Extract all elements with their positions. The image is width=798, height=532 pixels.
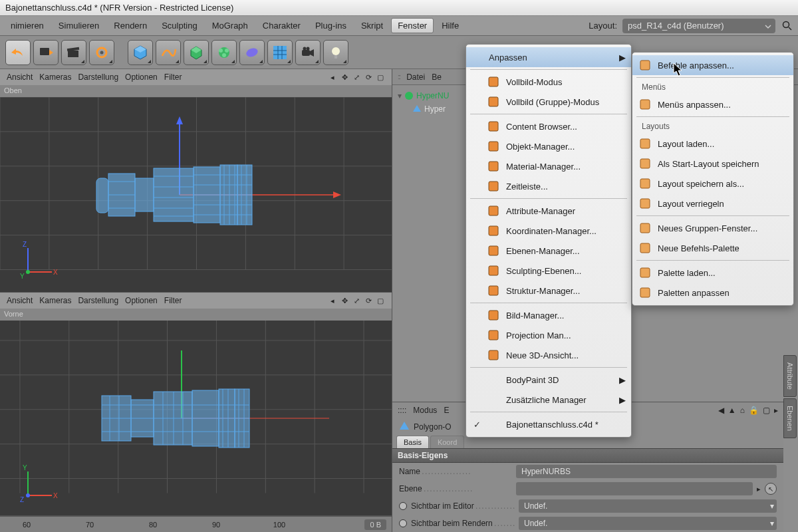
menuitem[interactable]: Zusätzliche Manager▶ [466, 390, 631, 410]
menuitem[interactable]: Zeitleiste... [466, 176, 631, 196]
submenuitem[interactable]: Neues Gruppen-Fenster... [632, 218, 793, 238]
nav-back-icon[interactable]: ◀ [718, 406, 724, 415]
prop-picker-button[interactable]: ↖ [765, 483, 777, 495]
ruler-field[interactable]: 0 B [364, 519, 386, 530]
menuitem[interactable]: Attribute-Manager [466, 201, 631, 221]
vp2-nav-rotate-icon[interactable]: ⟳ [364, 296, 373, 305]
gear-button[interactable] [89, 40, 114, 65]
vp-nav-move-icon[interactable]: ✥ [340, 72, 349, 82]
attr-menu-edit[interactable]: E [444, 406, 449, 415]
menuitem[interactable]: Bild-Manager... [466, 305, 631, 325]
menuitem[interactable]: Koordinaten-Manager... [466, 221, 631, 241]
submenuitem[interactable]: Neue Befehls-Palette [632, 238, 793, 258]
tab-basis[interactable]: Basis [396, 436, 429, 448]
submenuitem[interactable]: Als Start-Layout speichern [632, 154, 793, 174]
vp-nav-prev-icon[interactable]: ◂ [328, 72, 337, 82]
prop-value-ebene[interactable] [516, 482, 753, 495]
submenuitem[interactable]: Paletten anpassen [632, 283, 793, 303]
sidetab-attribute[interactable]: Attribute [783, 355, 797, 397]
prop-next-icon[interactable]: ▸ [757, 485, 761, 493]
menu-animieren[interactable]: nimieren [4, 18, 51, 33]
submenuitem[interactable]: Palette laden... [632, 263, 793, 283]
nurbs-tool[interactable] [184, 40, 209, 65]
vp2-nav-zoom-icon[interactable]: ⤢ [352, 296, 361, 305]
layout-dropdown[interactable]: psd_R14_c4d (Benutzer) [622, 19, 775, 33]
lock-icon[interactable]: 🔒 [749, 406, 759, 415]
sidetab-ebenen[interactable]: Ebenen [783, 398, 797, 438]
menuitem[interactable]: ✓Bajonettanschluss.c4d * [466, 414, 631, 434]
nav-next-icon[interactable]: ▸ [774, 406, 778, 415]
menu-fenster[interactable]: Fenster [391, 18, 434, 33]
vp-menu-optionen[interactable]: Optionen [125, 72, 158, 82]
menu-skript[interactable]: Skript [354, 18, 390, 33]
vp2-menu-kameras[interactable]: Kameras [39, 296, 71, 305]
menu-mograph[interactable]: MoGraph [205, 18, 255, 33]
new-icon[interactable]: ▢ [763, 406, 770, 415]
viewport-top-canvas[interactable]: Z X Y [0, 97, 392, 292]
spline-tool[interactable] [156, 40, 181, 65]
menuitem[interactable]: Projection Man... [466, 325, 631, 345]
anpassen-submenu[interactable]: Befehle anpassen...MenüsMenüs anpassen..… [632, 52, 794, 306]
vp-nav-zoom-icon[interactable]: ⤢ [352, 72, 361, 82]
nav-up-icon[interactable]: ▲ [728, 406, 736, 415]
vp-menu-kameras[interactable]: Kameras [39, 72, 71, 82]
viewport-front-canvas[interactable]: Y X Z [0, 321, 392, 515]
submenuitem[interactable]: Menüs anpassen... [632, 94, 793, 114]
floor-tool[interactable] [267, 40, 293, 65]
menu-charakter[interactable]: Charakter [256, 18, 307, 33]
menuitem[interactable]: Material-Manager... [466, 156, 631, 176]
vp2-nav-prev-icon[interactable]: ◂ [328, 296, 337, 305]
menuitem[interactable]: Vollbild-Modus [466, 72, 631, 92]
menuitem[interactable]: Vollbild (Gruppe)-Modus [466, 92, 631, 112]
vp-nav-rotate-icon[interactable]: ⟳ [364, 72, 373, 82]
vp2-menu-darstellung[interactable]: Darstellung [78, 296, 118, 305]
tab-koord[interactable]: Koord [430, 436, 464, 448]
search-icon[interactable] [781, 19, 794, 33]
menu-simulieren[interactable]: Simulieren [52, 18, 106, 33]
radio-icon[interactable] [399, 502, 407, 510]
menuitem[interactable]: Neue 3D-Ansicht... [466, 345, 631, 365]
vp-menu-ansicht[interactable]: Ansicht [7, 72, 33, 82]
vp2-menu-optionen[interactable]: Optionen [125, 296, 158, 305]
vp2-menu-ansicht[interactable]: Ansicht [7, 296, 33, 305]
menu-hilfe[interactable]: Hilfe [435, 18, 466, 33]
array-tool[interactable] [211, 40, 237, 65]
clapper-button[interactable] [61, 40, 86, 65]
redo-button[interactable] [33, 40, 59, 65]
menuitem[interactable]: BodyPaint 3D▶ [466, 370, 631, 390]
radio-icon[interactable] [399, 519, 407, 527]
vp-menu-filter[interactable]: Filter [164, 72, 182, 82]
vp2-nav-max-icon[interactable]: ▢ [376, 296, 385, 305]
menuitem[interactable]: Content Browser... [466, 116, 631, 136]
menu-rendern[interactable]: Rendern [107, 18, 154, 33]
panel-grip-icon[interactable]: :::: [398, 406, 406, 415]
camera-tool[interactable] [295, 40, 321, 65]
timeline-ruler[interactable]: 60 70 80 90 100 0 B [0, 516, 392, 532]
obj-menu-bearbeiten[interactable]: Be [432, 72, 442, 82]
menuitem[interactable]: Struktur-Manager... [466, 281, 631, 301]
panel-grip-icon[interactable]: :::: [398, 73, 400, 80]
menuitem-anpassen[interactable]: Anpassen ▶ [466, 47, 631, 67]
vp2-nav-move-icon[interactable]: ✥ [340, 296, 349, 305]
prop-value-editor-vis[interactable]: Undef.▾ [519, 499, 777, 513]
vp2-menu-filter[interactable]: Filter [164, 296, 182, 305]
prop-value-render-vis[interactable]: Undef.▾ [519, 517, 777, 530]
prop-value-name[interactable]: HyperNURBS [516, 465, 777, 478]
submenuitem[interactable]: Layout verriegeln [632, 194, 793, 213]
menuitem[interactable]: Objekt-Manager... [466, 136, 631, 156]
submenuitem[interactable]: Layout speichern als... [632, 174, 793, 194]
menuitem[interactable]: Ebenen-Manager... [466, 241, 631, 261]
attr-menu-modus[interactable]: Modus [413, 406, 437, 415]
undo-button[interactable] [5, 40, 31, 65]
submenuitem[interactable]: Layout laden... [632, 134, 793, 154]
submenuitem[interactable]: Befehle anpassen... [632, 55, 793, 75]
menuitem[interactable]: Sculpting-Ebenen... [466, 261, 631, 281]
deformer-tool[interactable] [239, 40, 265, 65]
vp-menu-darstellung[interactable]: Darstellung [78, 72, 118, 82]
fenster-dropdown[interactable]: Anpassen ▶ Vollbild-ModusVollbild (Grupp… [466, 44, 632, 438]
vp-nav-max-icon[interactable]: ▢ [376, 72, 385, 82]
cube-tool[interactable] [128, 40, 153, 65]
obj-menu-datei[interactable]: Datei [406, 72, 425, 82]
menu-plugins[interactable]: Plug-ins [309, 18, 353, 33]
light-tool[interactable] [323, 40, 348, 65]
